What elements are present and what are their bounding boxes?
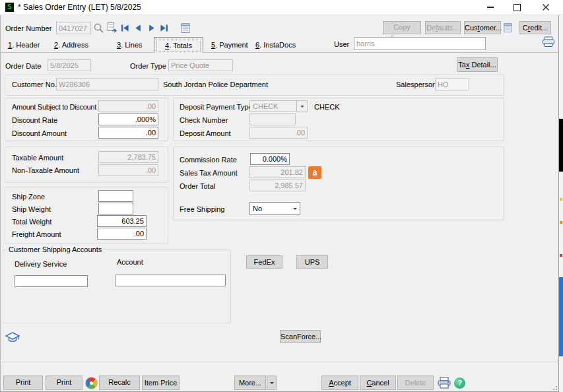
window-title: * Sales Order Entry (LET) 5/8/2025: [18, 3, 141, 12]
commission-rate-input[interactable]: [250, 153, 290, 165]
user-input[interactable]: [354, 37, 486, 50]
label-text: Cus: [465, 24, 478, 32]
sales-order-entry-window: S * Sales Order Entry (LET) 5/8/2025 Ord…: [0, 0, 563, 392]
nav-next-icon[interactable]: [147, 23, 156, 36]
order-date-input: [48, 59, 91, 71]
tab-label: . InstaDocs: [259, 41, 296, 49]
label-text: aults...: [438, 24, 459, 32]
order-number-label: Order Number: [5, 24, 51, 32]
tab-totals[interactable]: 4. Totals: [154, 37, 203, 53]
customer-no-input: [56, 78, 158, 90]
label-text: ancel: [372, 379, 389, 387]
more-button[interactable]: More...: [234, 376, 266, 390]
label-text: UPS: [305, 258, 320, 266]
pinwheel-icon[interactable]: [85, 377, 98, 389]
label-text: FedEx: [254, 258, 275, 266]
free-shipping-select[interactable]: No: [249, 202, 300, 215]
tab-address[interactable]: 2. Address: [54, 41, 88, 49]
avatax-letter: a: [313, 168, 317, 177]
freight-amount-input[interactable]: [97, 228, 147, 240]
title-bar: S * Sales Order Entry (LET) 5/8/2025: [0, 0, 563, 15]
sales-tax-amount-label: Sales Tax Amount: [180, 169, 238, 177]
tab-payment[interactable]: 5. Payment: [211, 41, 248, 49]
user-label: User: [334, 40, 349, 48]
label-text: Item Price: [145, 379, 178, 387]
customer-button[interactable]: Customer...: [464, 21, 501, 34]
nav-last-icon[interactable]: [159, 23, 169, 36]
label-text: edit...: [530, 24, 548, 32]
ship-zone-input[interactable]: [98, 190, 133, 202]
chevron-down-icon: [290, 203, 300, 214]
sales-tax-amount-input: [249, 166, 306, 178]
check-number-input: [249, 114, 296, 125]
label-text: Copy: [393, 23, 411, 31]
customer-name-text: South Jordan Police Department: [163, 81, 268, 88]
ship-weight-input[interactable]: [98, 203, 133, 214]
credit-button[interactable]: Credit...: [519, 21, 551, 34]
commission-rate-label: Commission Rate: [180, 156, 237, 164]
nontaxable-amount-label: Non-Taxable Amount: [12, 166, 79, 174]
minimize-button[interactable]: [479, 0, 502, 15]
background-sliver-blue: [559, 277, 563, 356]
tab-label: . Payment: [215, 41, 248, 49]
total-weight-input[interactable]: [97, 215, 147, 227]
total-weight-label: Total Weight: [12, 218, 51, 226]
discount-amount-input[interactable]: [98, 127, 158, 139]
tab-header[interactable]: 1. Header: [8, 41, 40, 49]
salesperson-input: [435, 78, 469, 90]
paperless-printer-icon[interactable]: [542, 36, 555, 50]
deposit-amount-label: Deposit Amount: [180, 129, 231, 137]
background-speck: [560, 198, 562, 201]
avatax-icon[interactable]: a: [308, 166, 321, 179]
tax-detail-button[interactable]: Tax Detail...: [457, 57, 498, 72]
deposit-amount-input: [249, 127, 308, 139]
delivery-service-label: Delivery Service: [15, 260, 67, 268]
next-number-icon[interactable]: [106, 22, 118, 36]
cancel-button[interactable]: Cancel: [360, 376, 396, 390]
nontaxable-amount-input: [98, 164, 158, 176]
close-button[interactable]: [535, 0, 557, 15]
memo-icon[interactable]: [181, 22, 190, 36]
delivery-service-input[interactable]: [15, 275, 88, 287]
customer-memo-icon[interactable]: [504, 22, 512, 36]
account-label: Account: [117, 258, 143, 266]
more-dropdown-button[interactable]: [267, 376, 277, 390]
print-order-button[interactable]: Print Order...: [3, 376, 43, 390]
ups-button[interactable]: UPS: [296, 255, 328, 269]
recalc-price-button[interactable]: Recalc Price: [99, 376, 140, 390]
printer-icon[interactable]: [437, 376, 451, 392]
search-icon[interactable]: [93, 22, 104, 36]
print-pick-button[interactable]: Print Pick...: [46, 376, 83, 390]
nav-previous-icon[interactable]: [133, 23, 143, 36]
taxable-amount-input: [98, 151, 158, 163]
nav-first-icon[interactable]: [120, 23, 130, 36]
tab-instadocs[interactable]: 6. InstaDocs: [255, 41, 296, 49]
label-text: C: [523, 24, 528, 32]
tab-lines[interactable]: 3. Lines: [117, 41, 143, 49]
graduation-cap-icon[interactable]: [5, 331, 20, 346]
deposit-payment-type-value: CHECK: [253, 102, 279, 110]
discount-rate-input[interactable]: [98, 114, 158, 125]
label-text: More...: [239, 379, 261, 387]
label-text: Delete: [405, 379, 426, 387]
label-text: Print Pic: [54, 378, 71, 392]
label-text: Ta: [458, 61, 466, 69]
account-input[interactable]: [116, 275, 226, 286]
app-icon-letter: S: [7, 3, 12, 11]
amount-subject-label: Amount Subject to Discount: [12, 103, 96, 111]
defaults-button: Defaults...: [425, 21, 461, 34]
item-price-button[interactable]: Item Price: [142, 376, 180, 390]
tab-label: . Header: [12, 41, 40, 49]
amount-subject-input: [98, 100, 158, 112]
maximize-icon: [513, 4, 521, 11]
salesperson-label: Salesperson: [396, 81, 436, 88]
label-text: Recalc Price: [108, 378, 131, 392]
label-text: Print: [16, 378, 31, 386]
help-icon[interactable]: ?: [454, 377, 465, 389]
accept-button[interactable]: Accept: [321, 376, 358, 390]
scanforce-button[interactable]: ScanForce...: [280, 330, 321, 343]
maximize-button[interactable]: [506, 0, 528, 15]
fedex-button[interactable]: FedEx: [246, 255, 282, 269]
background-sliver: [559, 15, 563, 119]
customer-shipping-accounts-legend: Customer Shipping Accounts: [7, 245, 104, 253]
